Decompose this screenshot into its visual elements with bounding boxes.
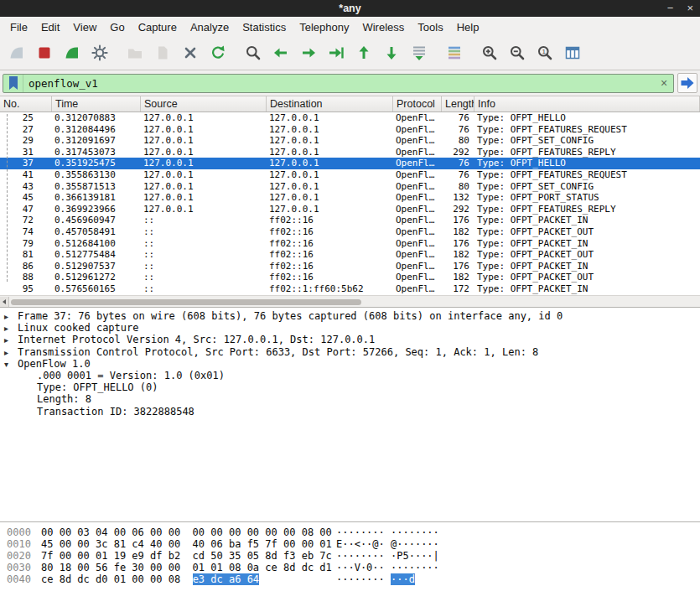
column-header-no[interactable]: No. [0, 96, 52, 112]
menu-item-edit[interactable]: Edit [34, 17, 66, 39]
cell-src: 127.0.0.1 [141, 124, 267, 136]
packet-row-81[interactable]: 810.512775484::ff02::16OpenFl…182Type: O… [0, 249, 700, 261]
hex-row-0020[interactable]: 00207f 00 00 01 19 e9 df b2 cd 50 35 05 … [7, 550, 700, 562]
detail-line[interactable]: .000 0001 = Version: 1.0 (0x01) [0, 370, 700, 381]
menu-item-statistics[interactable]: Statistics [236, 17, 293, 39]
detail-line[interactable]: ▸Internet Protocol Version 4, Src: 127.0… [0, 334, 700, 345]
packet-row-79[interactable]: 790.512684100::ff02::16OpenFl…176Type: O… [0, 238, 700, 250]
collapsed-arrow-icon[interactable]: ▸ [4, 311, 18, 322]
menu-item-telephony[interactable]: Telephony [293, 17, 355, 39]
close-file-button[interactable] [178, 42, 202, 66]
scroll-left-stepper[interactable] [0, 297, 9, 307]
scrollbar-thumb[interactable] [11, 299, 361, 305]
cell-dst: 127.0.0.1 [267, 204, 393, 215]
menu-item-file[interactable]: File [3, 17, 34, 39]
packet-row-47[interactable]: 470.369923966127.0.0.1127.0.0.1OpenFl…29… [0, 204, 700, 215]
resize-columns-button[interactable] [560, 42, 584, 66]
collapsed-arrow-icon[interactable]: ▸ [4, 323, 18, 334]
cell-time: 0.512684100 [52, 238, 141, 250]
menu-item-help[interactable]: Help [450, 17, 486, 39]
menu-item-capture[interactable]: Capture [132, 17, 184, 39]
filter-clear-icon[interactable]: × [655, 76, 673, 90]
auto-scroll-button[interactable] [407, 42, 431, 66]
cell-no: 25 [0, 112, 52, 124]
cell-src: 127.0.0.1 [141, 181, 267, 193]
reload-file-button[interactable] [205, 42, 230, 66]
zoom-original-icon: 1 [536, 44, 554, 65]
display-filter-input[interactable]: openflow_v1 × [3, 74, 674, 93]
filter-apply-button[interactable] [677, 73, 697, 93]
menu-item-tools[interactable]: Tools [411, 17, 449, 39]
menu-item-analyze[interactable]: Analyze [184, 17, 236, 39]
packet-row-72[interactable]: 720.456960947::ff02::16OpenFl…176Type: O… [0, 215, 700, 226]
column-header-info[interactable]: Info [474, 96, 700, 112]
cell-dst: ff02::16 [267, 226, 393, 238]
column-header-protocol[interactable]: Protocol [393, 96, 442, 112]
go-to-packet-button[interactable] [324, 42, 348, 66]
go-last-icon [382, 44, 401, 65]
find-packet-button[interactable] [241, 42, 265, 66]
filter-text[interactable]: openflow_v1 [23, 77, 655, 90]
go-back-button[interactable] [268, 42, 293, 66]
cell-len: 80 [442, 181, 474, 193]
hex-row-0000[interactable]: 000000 00 03 04 00 06 00 00 00 00 00 00 … [7, 526, 700, 538]
collapsed-arrow-icon[interactable]: ▸ [4, 335, 18, 345]
cell-len: 176 [442, 238, 474, 250]
expanded-arrow-icon[interactable]: ▾ [4, 359, 18, 370]
packet-row-41[interactable]: 410.355863130127.0.0.1127.0.0.1OpenFl…76… [0, 169, 700, 181]
hex-row-0010[interactable]: 001045 00 00 3c 81 c4 40 00 40 06 ba f5 … [7, 538, 700, 550]
packet-row-86[interactable]: 860.512907537::ff02::16OpenFl…176Type: O… [0, 261, 700, 272]
cell-info: Type: OFPT_PACKET_IN [474, 261, 700, 272]
titlebar: *any − × [0, 0, 700, 17]
packet-row-74[interactable]: 740.457058491::ff02::16OpenFl…182Type: O… [0, 226, 700, 238]
menu-item-go[interactable]: Go [103, 17, 131, 39]
packet-list-header: No.TimeSourceDestinationProtocolLengthIn… [0, 96, 700, 112]
packet-row-95[interactable]: 950.576560165::ff02::1:ff60:5b62OpenFl…1… [0, 283, 700, 295]
packet-row-37[interactable]: 370.351925475127.0.0.1127.0.0.1OpenFl…76… [0, 158, 700, 169]
capture-restart-button[interactable] [60, 42, 84, 66]
menu-item-view[interactable]: View [66, 17, 103, 39]
hex-offset: 0000 [7, 526, 32, 538]
column-header-time[interactable]: Time [52, 96, 141, 112]
cell-time: 0.312070883 [52, 112, 141, 124]
ascii-bytes: ···V·0·· ········ [336, 562, 439, 573]
packet-row-29[interactable]: 290.312091697127.0.0.1127.0.0.1OpenFl…80… [0, 135, 700, 147]
detail-line[interactable]: ▾OpenFlow 1.0 [0, 358, 700, 370]
zoom-out-button[interactable] [505, 42, 529, 66]
capture-stop-button[interactable] [32, 42, 56, 66]
detail-line[interactable]: Length: 8 [0, 393, 700, 405]
hex-row-0030[interactable]: 003080 18 00 56 fe 30 00 00 01 01 08 0a … [7, 562, 700, 573]
packet-row-25[interactable]: 250.312070883127.0.0.1127.0.0.1OpenFl…76… [0, 112, 700, 124]
hex-row-0040[interactable]: 0040ce 8d dc d0 01 00 00 08 e3 dc a6 64·… [7, 573, 700, 585]
capture-options-button[interactable] [87, 42, 111, 66]
packet-row-45[interactable]: 450.366139181127.0.0.1127.0.0.1OpenFl…13… [0, 192, 700, 204]
detail-line[interactable]: Transaction ID: 3822888548 [0, 406, 700, 418]
filter-bar: openflow_v1 × [0, 70, 700, 96]
column-header-destination[interactable]: Destination [267, 96, 393, 112]
detail-line[interactable]: ▸Linux cooked capture [0, 322, 700, 334]
menu-item-wireless[interactable]: Wireless [355, 17, 411, 39]
go-first-button[interactable] [351, 42, 376, 66]
zoom-original-button[interactable]: 1 [532, 42, 557, 66]
minimize-button-icon[interactable]: − [667, 0, 674, 17]
go-forward-button[interactable] [296, 42, 320, 66]
column-header-source[interactable]: Source [141, 96, 267, 112]
detail-line[interactable]: ▸Transmission Control Protocol, Src Port… [0, 346, 700, 358]
packet-row-43[interactable]: 430.355871513127.0.0.1127.0.0.1OpenFl…80… [0, 181, 700, 193]
detail-line[interactable]: Type: OFPT_HELLO (0) [0, 381, 700, 393]
detail-line[interactable]: ▸Frame 37: 76 bytes on wire (608 bits), … [0, 310, 700, 322]
close-button-icon[interactable]: × [687, 0, 693, 17]
collapsed-arrow-icon[interactable]: ▸ [4, 347, 18, 358]
cell-no: 79 [0, 238, 52, 250]
zoom-in-button[interactable] [477, 42, 501, 66]
go-last-button[interactable] [379, 42, 403, 66]
horizontal-scrollbar[interactable] [0, 295, 700, 307]
detail-text: Length: 8 [37, 393, 91, 405]
colorize-button[interactable] [442, 42, 466, 66]
packet-row-27[interactable]: 270.312084496127.0.0.1127.0.0.1OpenFl…76… [0, 124, 700, 136]
cell-len: 182 [442, 249, 474, 261]
packet-row-31[interactable]: 310.317453073127.0.0.1127.0.0.1OpenFl…29… [0, 147, 700, 158]
filter-bookmark-icon[interactable] [3, 75, 23, 92]
packet-row-88[interactable]: 880.512961272::ff02::16OpenFl…182Type: O… [0, 272, 700, 283]
column-header-length[interactable]: Length [442, 96, 474, 112]
